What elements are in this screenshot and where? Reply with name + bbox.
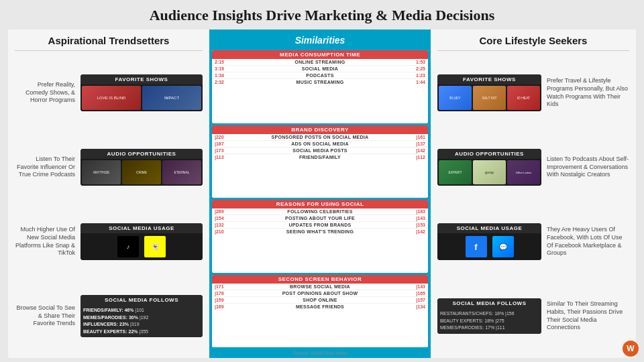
sim-label: MESSAGE FRIENDS (233, 304, 407, 309)
sim-left: |171 (215, 284, 233, 289)
left-card-shows: FAVORITE SHOWS LOVE IS BLIND IMPACT (80, 74, 203, 111)
stat-1: FRIENDS/FAMILY: 46% |101 (83, 307, 200, 314)
sim-right: 1:44 (407, 80, 425, 84)
left-card-social: SOCIAL MEDIA USAGE ♪ 👻 (80, 223, 203, 260)
sim-right: |153 (407, 223, 425, 227)
sim-label: MUSIC STREAMING (233, 80, 407, 84)
left-card-social-images: ♪ 👻 (80, 233, 203, 260)
right-row-2: AUDIO OPPORTUNITIES EXPERT goop Office L… (437, 131, 629, 204)
right-card-follows: SOCIAL MEDIA FOLLOWS RESTAURANTS/CHEFS: … (437, 298, 541, 334)
left-card-shows-header: FAVORITE SHOWS (80, 74, 203, 84)
right-row-1: FAVORITE SHOWS BLUEY SALT FAT ID HEAT Pr… (437, 56, 629, 129)
img-goop: goop (473, 160, 506, 184)
sim-label: PODCASTS (233, 73, 407, 78)
right-card-social: SOCIAL MEDIA USAGE f 💬 (437, 223, 541, 260)
sim-left: |178 (215, 291, 233, 296)
sim-right: 1:53 (407, 60, 425, 64)
r-stat-1: RESTAURANTS/CHEFS: 18% |156 (440, 310, 539, 318)
left-card-follows-stats: FRIENDS/FAMILY: 46% |101 MEMES/PARODIES:… (80, 305, 203, 337)
right-text-2: Listen To Podcasts About Self-Improvemen… (547, 156, 629, 179)
sim-header-brand: BRAND DISCOVERY (212, 125, 428, 134)
left-card-follows-header: SOCIAL MEDIA FOLLOWS (80, 295, 203, 305)
left-row-2: Listen To Their Favorite Influencer Or T… (15, 131, 203, 204)
sim-right: |137 (407, 141, 425, 146)
page-title: Audience Insights Drive Marketing & Medi… (8, 7, 636, 24)
left-text-3: Much Higher Use Of New Social Media Plat… (15, 226, 75, 257)
sim-row: |178 POST OPINIONS ABOUT SHOW |165 (212, 290, 428, 297)
sim-section-reasons: REASONS FOR USING SOCIAL |269 FOLLOWING … (212, 200, 428, 273)
img-messenger: 💬 (492, 236, 514, 257)
img-facebook: f (466, 236, 487, 257)
source-text: Source: Global Web Index (212, 351, 428, 355)
sim-left: |220 (215, 135, 233, 139)
sim-right: |112 (407, 155, 425, 160)
sim-left: 2:32 (215, 80, 233, 84)
r-stat-3: MEMES/PARODIES: 17% |111 (440, 324, 539, 332)
sim-row: |159 SHOP ONLINE |157 (212, 297, 428, 304)
content-area: Aspirational Trendsetters Prefer Reality… (8, 29, 636, 358)
sim-row: 1:34 PODCASTS 1:23 (212, 72, 428, 79)
sim-label: SOCIAL MEDIA POSTS (233, 148, 407, 153)
img-audio-1: ANYTHIZE (82, 160, 121, 184)
left-rows: Prefer Reality, Comedy Shows, & Horror P… (15, 56, 203, 353)
right-card-shows: FAVORITE SHOWS BLUEY SALT FAT ID HEAT (437, 74, 541, 111)
sim-section-media: MEDIA CONSUMPTION TIME 2:15 ONLINE STREA… (212, 50, 428, 123)
main-container: Audience Insights Drive Marketing & Medi… (0, 0, 644, 362)
sim-right: |143 (407, 216, 425, 221)
sim-right: |165 (407, 291, 425, 296)
sim-row: |154 POSTING ABOUT YOUR LIFE |143 (212, 215, 428, 222)
sim-header-media: MEDIA CONSUMPTION TIME (212, 50, 428, 59)
sim-section-screen: SECOND SCREEN BEHAVIOR |171 BROWSE SOCIA… (212, 275, 428, 348)
right-card-audio-header: AUDIO OPPORTUNITIES (437, 149, 541, 159)
sim-left: |169 (215, 304, 233, 309)
left-card-shows-images: LOVE IS BLIND IMPACT (80, 84, 203, 111)
left-text-4: Browse Social To See & Share Their Favor… (15, 304, 75, 328)
sim-label: BROWSE SOCIAL MEDIA (233, 284, 407, 289)
sim-left: |113 (215, 155, 233, 160)
sim-row: |269 FOLLOWING CELEBRITIES |183 (212, 208, 428, 215)
left-row-3: Much Higher Use Of New Social Media Plat… (15, 205, 203, 278)
img-snapchat: 👻 (144, 236, 166, 257)
left-card-follows: SOCIAL MEDIA FOLLOWS FRIENDS/FAMILY: 46%… (80, 295, 203, 337)
left-row-1: Prefer Reality, Comedy Shows, & Horror P… (15, 56, 203, 129)
left-card-audio: AUDIO OPPORTUNITIES ANYTHIZE CRIME ETERN… (80, 149, 203, 186)
sim-right: |143 (407, 284, 425, 289)
right-panel: Core Lifestyle Seekers FAVORITE SHOWS BL… (431, 29, 636, 358)
left-card-audio-header: AUDIO OPPORTUNITIES (80, 149, 203, 159)
sim-row: |187 ADS ON SOCIAL MEDIA |137 (212, 141, 428, 147)
right-panel-title: Core Lifestyle Seekers (437, 35, 629, 51)
sim-left: |132 (215, 223, 233, 227)
img-audio-2: CRIME (122, 160, 161, 184)
img-idheat: ID HEAT (507, 86, 540, 110)
img-impact: IMPACT (142, 86, 201, 110)
r-stat-2: BEAUTY EXPERTS: 18% |275 (440, 318, 539, 325)
sim-label: SPONSORED POSTS ON SOCIAL MEDIA (233, 135, 407, 139)
sim-right: |183 (407, 209, 425, 214)
center-title: Similarities (212, 32, 428, 48)
sim-label: SOCIAL MEDIA (233, 66, 407, 71)
sim-left: |159 (215, 298, 233, 302)
sim-row: |220 SPONSORED POSTS ON SOCIAL MEDIA |16… (212, 134, 428, 141)
right-card-shows-images: BLUEY SALT FAT ID HEAT (437, 84, 541, 111)
sim-right: 2:25 (407, 66, 425, 71)
sim-label: POSTING ABOUT YOUR LIFE (233, 216, 407, 221)
sim-rows-reasons: |269 FOLLOWING CELEBRITIES |183 |154 POS… (212, 208, 428, 235)
sim-right: |142 (407, 229, 425, 234)
center-panel: Similarities MEDIA CONSUMPTION TIME 2:15… (209, 29, 431, 358)
stat-4: BEAUTY EXPERTS: 22% |355 (83, 328, 200, 336)
right-text-4: Similar To Their Streaming Habits, Their… (547, 300, 629, 332)
right-card-audio-images: EXPERT goop Office Ladies (437, 159, 541, 186)
right-row-3: SOCIAL MEDIA USAGE f 💬 They Are Heavy Us… (437, 205, 629, 278)
sim-label: ONLINE STREAMING (233, 60, 407, 64)
sim-left: 3:19 (215, 66, 233, 71)
left-text-1: Prefer Reality, Comedy Shows, & Horror P… (15, 81, 75, 105)
sim-label: SEEING WHAT'S TRENDING (233, 229, 407, 234)
sim-right: |142 (407, 148, 425, 153)
img-tiktok: ♪ (117, 236, 139, 257)
stat-3: INFLUENCERS: 23% |319 (83, 321, 200, 328)
right-card-audio: AUDIO OPPORTUNITIES EXPERT goop Office L… (437, 149, 541, 186)
w-logo: W (623, 341, 639, 357)
sim-label: POST OPINIONS ABOUT SHOW (233, 291, 407, 296)
sim-row: |210 SEEING WHAT'S TRENDING |142 (212, 229, 428, 235)
stat-2: MEMES/PARODIES: 30% |192 (83, 314, 200, 322)
